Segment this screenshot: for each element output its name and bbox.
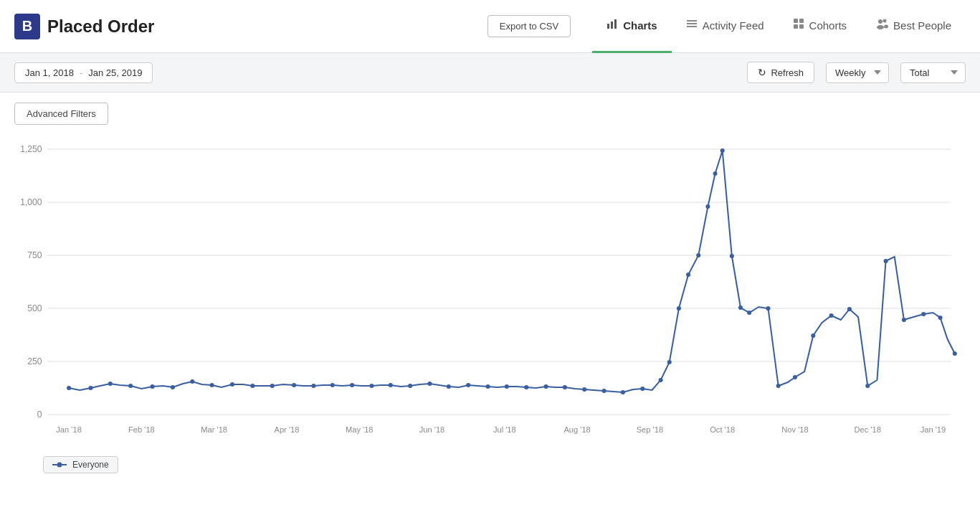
svg-point-10 [878,19,883,24]
svg-point-40 [88,386,92,390]
legend-line-everyone [52,464,67,465]
tab-activity-feed[interactable]: Activity Feed [672,0,779,53]
svg-point-90 [938,316,943,320]
svg-point-84 [829,313,834,318]
legend-label-everyone: Everyone [72,460,109,470]
svg-point-43 [151,384,155,389]
svg-point-82 [793,375,797,379]
svg-point-41 [108,382,113,386]
svg-point-45 [190,379,194,384]
svg-point-79 [747,311,751,315]
svg-point-89 [921,312,926,316]
svg-point-60 [485,384,490,389]
svg-point-80 [766,306,770,311]
svg-point-11 [877,25,884,29]
svg-point-86 [865,384,870,388]
line-chart: 0 250 500 750 1,000 1,250 Jan '18 Feb '1… [7,135,966,443]
export-csv-button[interactable]: Export to CSV [487,15,571,37]
svg-point-12 [883,19,887,23]
tab-cohorts[interactable]: Cohorts [779,0,862,53]
svg-point-46 [210,383,214,387]
svg-point-13 [884,25,888,29]
table-icon [793,18,804,32]
svg-text:Mar '18: Mar '18 [201,425,227,434]
svg-text:Dec '18: Dec '18 [855,425,881,434]
date-to: Jan 25, 2019 [88,67,142,78]
date-range-picker[interactable]: Jan 1, 2018 - Jan 25, 2019 [14,62,153,83]
svg-point-87 [884,259,888,263]
tab-best-people[interactable]: Best People [861,0,966,53]
svg-point-71 [677,306,681,311]
svg-point-85 [847,307,852,311]
toolbar: Jan 1, 2018 - Jan 25, 2019 ↻ Refresh Wee… [0,53,980,93]
svg-text:May '18: May '18 [346,425,374,434]
svg-point-53 [350,383,354,387]
svg-rect-9 [799,24,804,29]
svg-text:Sep '18: Sep '18 [637,425,663,434]
svg-point-58 [447,384,451,389]
legend-item-everyone[interactable]: Everyone [43,456,118,473]
period-select[interactable]: Weekly Daily Monthly [826,62,889,83]
svg-point-57 [427,382,432,386]
svg-point-81 [776,384,781,388]
svg-point-75 [713,171,718,176]
page-title: Placed Order [47,16,154,37]
svg-text:1,000: 1,000 [20,197,42,207]
svg-point-76 [720,148,725,153]
metric-select[interactable]: Total Unique Average [900,62,966,83]
svg-point-77 [730,254,734,258]
svg-rect-0 [607,24,609,29]
svg-point-56 [408,384,412,388]
svg-point-48 [250,384,254,388]
metric-select-wrapper: Total Unique Average [900,62,966,83]
svg-rect-4 [687,23,697,24]
svg-point-73 [696,253,700,257]
legend-area: Everyone [0,450,980,485]
date-from: Jan 1, 2018 [25,67,74,78]
tab-charts[interactable]: Charts [592,0,672,53]
svg-point-44 [171,385,175,389]
svg-point-51 [311,384,315,388]
svg-point-55 [389,383,393,387]
svg-point-66 [602,389,606,393]
svg-point-88 [902,318,906,322]
tab-activity-feed-label: Activity Feed [703,19,764,32]
advanced-filters-button[interactable]: Advanced Filters [14,103,108,125]
svg-text:Nov '18: Nov '18 [781,425,808,434]
people-icon [875,18,888,32]
filters-area: Advanced Filters [0,93,980,128]
svg-point-83 [811,333,815,338]
svg-point-47 [230,382,234,387]
svg-point-54 [369,384,374,388]
svg-point-78 [738,306,743,310]
svg-point-91 [953,351,957,356]
refresh-button[interactable]: ↻ Refresh [747,62,814,83]
bar-chart-icon [606,18,618,32]
svg-rect-6 [794,19,798,23]
svg-point-61 [505,384,509,389]
svg-text:Jan '18: Jan '18 [56,425,82,434]
svg-text:Aug '18: Aug '18 [563,425,590,434]
chart-line-everyone [69,151,955,392]
svg-point-42 [128,384,133,388]
logo-icon: B [14,14,40,39]
svg-rect-2 [614,19,617,29]
svg-rect-8 [794,24,798,29]
svg-point-63 [544,384,548,389]
refresh-icon: ↻ [758,67,766,78]
svg-rect-3 [687,20,697,22]
refresh-label: Refresh [771,67,804,78]
svg-text:Jan '19: Jan '19 [920,425,946,434]
svg-text:Jul '18: Jul '18 [493,425,516,434]
svg-rect-7 [799,19,804,23]
svg-text:Oct '18: Oct '18 [710,425,735,434]
svg-point-72 [686,273,690,277]
header: B Placed Order Export to CSV Charts [0,0,980,53]
logo-area: B Placed Order [14,14,487,39]
date-separator: - [80,67,82,78]
chart-dots [67,148,957,394]
svg-point-49 [270,384,275,388]
period-select-wrapper: Weekly Daily Monthly [826,62,889,83]
tab-best-people-label: Best People [893,19,951,32]
svg-text:Feb '18: Feb '18 [128,425,155,434]
